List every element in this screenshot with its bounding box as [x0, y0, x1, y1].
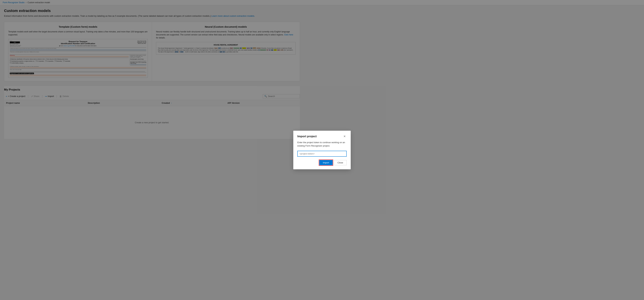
modal-footer: Import Close	[297, 160, 347, 165]
close-dialog-button[interactable]: Close	[334, 160, 347, 165]
import-project-dialog: Import project ✕ Enter the project token…	[293, 131, 351, 169]
modal-overlay: Import project ✕ Enter the project token…	[0, 0, 644, 300]
modal-close-button[interactable]: ✕	[342, 135, 347, 138]
modal-header: Import project ✕	[297, 135, 347, 138]
modal-title: Import project	[297, 135, 316, 138]
import-confirm-button[interactable]: Import	[319, 160, 333, 165]
project-token-input[interactable]	[297, 151, 347, 157]
modal-body: Enter the project token to continue work…	[297, 141, 347, 148]
